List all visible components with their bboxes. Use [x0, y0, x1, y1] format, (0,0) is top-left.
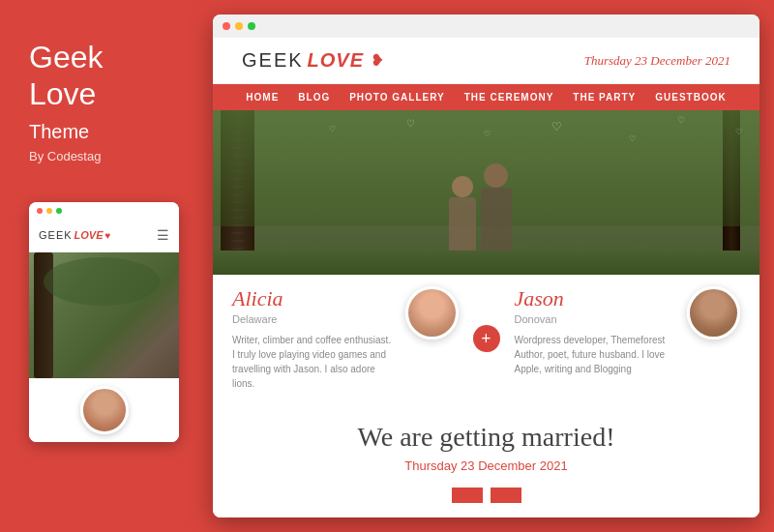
profile-right: Jason Donovan Wordpress developer, Theme… — [500, 286, 741, 376]
mobile-avatar — [80, 386, 129, 434]
mobile-logo-geek: GEEK — [39, 229, 73, 241]
couple-figures — [449, 163, 512, 255]
mobile-logo-love: LOVE — [74, 229, 104, 241]
profile-right-name: Jason — [515, 286, 678, 311]
mobile-heart-icon: ♥ — [105, 230, 111, 241]
female-body — [449, 197, 476, 255]
browser-mockup: GEEKlove ❥ Thursday 23 December 2021 HOM… — [213, 15, 759, 517]
profile-right-description: Wordpress developer, Themeforest Author,… — [515, 333, 678, 376]
brand-title-part2: Love — [29, 76, 96, 111]
mobile-hero-image — [29, 252, 179, 378]
confetti-7: ♡ — [735, 128, 742, 136]
profile-left-location: Delaware — [232, 313, 396, 325]
male-body — [481, 188, 512, 255]
plus-icon: + — [473, 325, 500, 352]
female-head — [452, 176, 473, 197]
profile-left-avatar — [405, 286, 459, 340]
confetti-4: ♡ — [551, 120, 562, 134]
mobile-logo: GEEKLOVE ♥ — [39, 229, 110, 241]
mobile-dot-green — [56, 208, 62, 214]
main-wedding-date: Thursday 23 December 2021 — [242, 458, 730, 473]
btn-2[interactable] — [491, 488, 521, 503]
nav-home[interactable]: HOME — [246, 92, 279, 103]
confetti-3: ♡ — [484, 130, 491, 138]
hero-section: ♡ ♡ ♡ ♡ ♡ ♡ ♡ — [213, 110, 759, 275]
confetti-5: ♡ — [629, 134, 636, 143]
profile-right-avatar — [687, 286, 740, 340]
nav-ceremony[interactable]: THE CEREMONY — [464, 92, 554, 103]
profiles-section: Alicia Delaware Writer, climber and coff… — [213, 275, 759, 402]
mobile-mockup: GEEKLOVE ♥ ☰ — [29, 202, 179, 442]
site-nav: HOME BLOG PHOTO GALLERY THE CEREMONY THE… — [213, 84, 759, 110]
profile-left-row: Alicia Delaware Writer, climber and coff… — [232, 286, 459, 391]
brand-title-part1: Geek — [29, 40, 103, 74]
profile-left: Alicia Delaware Writer, climber and coff… — [232, 286, 473, 391]
site-header: GEEKlove ❥ Thursday 23 December 2021 — [213, 38, 759, 84]
profile-left-info: Alicia Delaware Writer, climber and coff… — [232, 286, 396, 391]
mobile-profile-area — [29, 378, 179, 442]
brand-subtitle: Theme — [29, 121, 89, 143]
confetti-2: ♡ — [406, 118, 415, 129]
ground — [213, 251, 759, 275]
main-heading: We are getting married! — [242, 422, 730, 453]
brand-by: By Codestag — [29, 149, 101, 163]
site-logo: GEEKlove ❥ — [242, 49, 384, 72]
browser-dot-yellow — [235, 22, 243, 30]
logo-geek-text: GEEK — [242, 49, 304, 72]
nav-photo-gallery[interactable]: PHOTO GALLERY — [349, 92, 445, 103]
logo-heart-icon: ❥ — [371, 51, 384, 70]
bottom-buttons — [242, 488, 730, 503]
mobile-top-bar — [29, 202, 179, 220]
female-figure — [449, 176, 476, 255]
logo-love-text: love — [308, 49, 364, 72]
confetti-1: ♡ — [329, 125, 336, 133]
brand-title: Geek Love — [29, 39, 103, 113]
confetti-6: ♡ — [677, 115, 685, 125]
male-figure — [481, 163, 512, 255]
profile-left-description: Writer, climber and coffee enthusiast. I… — [232, 333, 396, 391]
profile-left-name: Alicia — [232, 286, 396, 311]
profile-right-row: Jason Donovan Wordpress developer, Theme… — [515, 286, 741, 376]
mobile-header: GEEKLOVE ♥ ☰ — [29, 220, 179, 252]
profile-right-location: Donovan — [515, 313, 678, 325]
nav-guestbook[interactable]: GUESTBOOK — [655, 92, 726, 103]
male-head — [484, 163, 508, 188]
main-content: We are getting married! Thursday 23 Dece… — [213, 402, 759, 517]
left-panel: Geek Love Theme By Codestag GEEKLOVE ♥ ☰ — [0, 0, 208, 532]
browser-dot-red — [223, 22, 230, 30]
mobile-menu-icon: ☰ — [157, 227, 169, 244]
profile-right-info: Jason Donovan Wordpress developer, Theme… — [515, 286, 678, 376]
mobile-dot-red — [37, 208, 43, 214]
mobile-dot-yellow — [46, 208, 52, 214]
site-date: Thursday 23 December 2021 — [584, 53, 730, 69]
browser-dot-green — [248, 22, 255, 30]
browser-top-bar — [213, 15, 759, 38]
nav-party[interactable]: THE PARTY — [573, 92, 636, 103]
nav-blog[interactable]: BLOG — [298, 92, 330, 103]
btn-1[interactable] — [452, 488, 483, 503]
